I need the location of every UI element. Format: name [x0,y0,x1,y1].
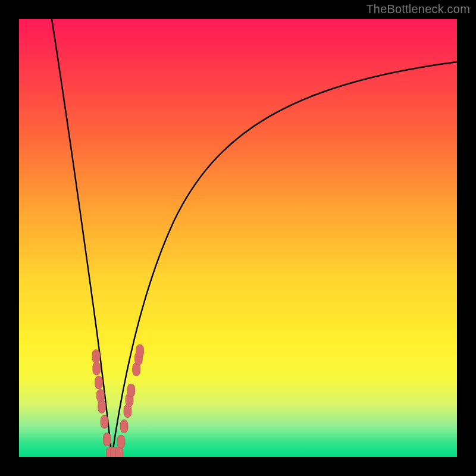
marker-point [117,435,125,448]
curve-group [52,19,457,457]
watermark-text: TheBottleneck.com [366,2,470,16]
marker-point [120,420,128,433]
right-branch-curve [112,62,457,457]
marker-point [92,350,100,363]
marker-point [101,415,108,428]
marker-point [136,345,144,358]
plot-area [19,19,457,457]
marker-point [103,433,111,446]
marker-point [93,362,101,375]
marker-point [127,384,135,397]
marker-point [98,400,106,413]
marker-point [115,447,123,457]
chart-svg [19,19,457,457]
marker-point [95,376,103,389]
chart-frame: TheBottleneck.com [0,0,476,476]
